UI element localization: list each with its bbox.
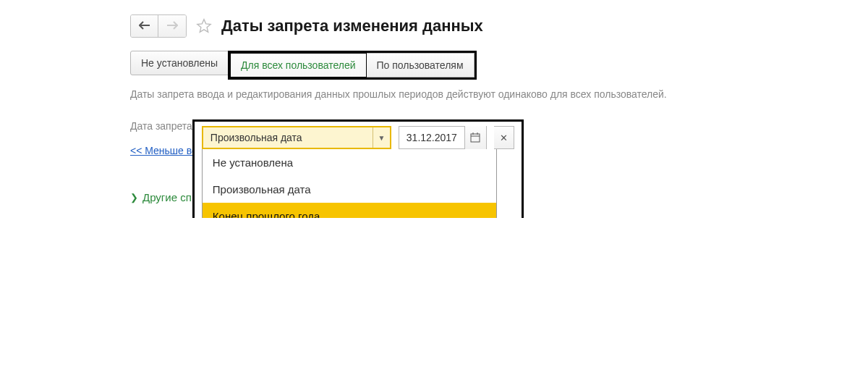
- favorite-star-icon[interactable]: [195, 17, 213, 35]
- header-row: Даты запрета изменения данных: [130, 14, 738, 38]
- content-area: Дата запрета Произвольная дата ▼ 31.12.2…: [130, 120, 738, 203]
- date-type-dropdown[interactable]: Произвольная дата ▼: [202, 126, 391, 149]
- chevron-right-icon: ❯: [130, 192, 138, 203]
- dropdown-selected-value: Произвольная дата: [203, 132, 373, 143]
- dropdown-item[interactable]: Произвольная дата: [203, 176, 496, 203]
- other-methods-label: Другие сп: [142, 191, 192, 203]
- tab-for-all-users[interactable]: Для всех пользователей: [230, 53, 366, 77]
- date-input[interactable]: 31.12.2017: [399, 126, 487, 149]
- nav-back-button[interactable]: [131, 15, 158, 37]
- chevron-down-icon[interactable]: ▼: [373, 127, 390, 148]
- dropdown-item[interactable]: Не установлена: [203, 149, 496, 176]
- date-label: Дата запрета: [130, 120, 192, 132]
- date-value: 31.12.2017: [399, 132, 464, 143]
- highlight-annotation: Для всех пользователей По пользователям: [228, 51, 476, 80]
- page-title: Даты запрета изменения данных: [221, 17, 483, 35]
- calendar-icon[interactable]: [464, 126, 486, 149]
- nav-forward-button[interactable]: [158, 15, 186, 37]
- dropdown-item[interactable]: Конец прошлого года: [203, 203, 496, 218]
- svg-rect-0: [471, 134, 480, 142]
- tab-not-set[interactable]: Не установлены: [130, 51, 229, 75]
- dropdown-highlight-frame: Произвольная дата ▼ 31.12.2017 ✕ Не уста…: [192, 119, 524, 218]
- arrow-left-icon: [139, 20, 150, 33]
- description-text: Даты запрета ввода и редактирования данн…: [130, 88, 738, 100]
- clear-button[interactable]: ✕: [494, 126, 514, 149]
- close-icon: ✕: [500, 133, 508, 143]
- less-options-link[interactable]: << Меньше во: [130, 145, 197, 156]
- nav-buttons: [130, 14, 187, 38]
- arrow-right-icon: [166, 20, 178, 33]
- tab-by-users[interactable]: По пользователям: [367, 53, 475, 77]
- tab-row: Не установлены Для всех пользователей По…: [130, 51, 738, 80]
- date-form-row: Дата запрета Произвольная дата ▼ 31.12.2…: [130, 120, 738, 132]
- dropdown-list: Не установленаПроизвольная датаКонец про…: [202, 149, 497, 218]
